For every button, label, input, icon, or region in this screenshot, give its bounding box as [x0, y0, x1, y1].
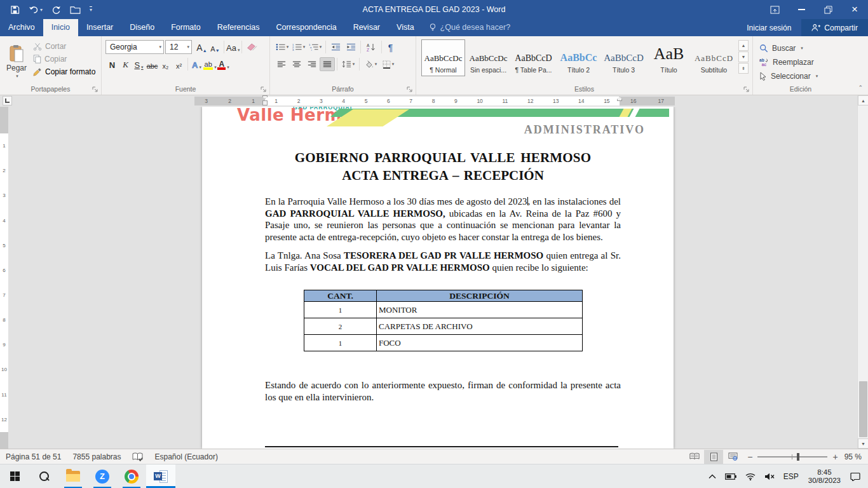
- restore-icon[interactable]: [815, 0, 841, 19]
- scroll-down-icon[interactable]: ▼: [858, 438, 868, 449]
- document-page[interactable]: GAD PARROQUIAL Valle Hermoso ADMINISTRAT…: [202, 107, 674, 449]
- text-effects-button[interactable]: A▾: [190, 57, 203, 71]
- style-subtitulo[interactable]: AaBbCcD Subtítulo: [692, 39, 736, 76]
- col-header-cant[interactable]: CANT.: [304, 290, 377, 302]
- decrease-indent-button[interactable]: [328, 40, 343, 54]
- tab-vista[interactable]: Vista: [388, 19, 423, 36]
- shrink-font-button[interactable]: A▼: [208, 40, 222, 54]
- shading-button[interactable]: ▾: [362, 57, 379, 71]
- select-button[interactable]: Seleccionar▾: [759, 69, 846, 83]
- replace-button[interactable]: abac Reemplazar: [759, 55, 846, 69]
- doc-title-line1[interactable]: GOBIERNO PARROQUIAL VALLE HERMOSO: [265, 150, 621, 166]
- find-button[interactable]: Buscar▾: [759, 41, 846, 55]
- battery-icon[interactable]: [721, 464, 741, 488]
- underline-button[interactable]: S▾: [132, 57, 146, 71]
- close-icon[interactable]: ×: [841, 0, 868, 19]
- style-titulo-2[interactable]: AaBbCc Título 2: [557, 39, 600, 76]
- tab-referencias[interactable]: Referencias: [209, 19, 268, 36]
- share-button[interactable]: Compartir: [801, 19, 868, 36]
- paragraph-dialog-launcher[interactable]: [407, 86, 413, 93]
- style-titulo-3[interactable]: AaBbCcD Título 3: [602, 39, 646, 76]
- tell-me-box[interactable]: ¿Qué desea hacer?: [423, 19, 517, 36]
- read-mode-icon[interactable]: [685, 450, 704, 464]
- customize-qat-icon[interactable]: ▾: [90, 6, 92, 13]
- web-layout-icon[interactable]: [723, 450, 742, 464]
- undo-icon[interactable]: ▾: [29, 5, 43, 14]
- font-dialog-launcher[interactable]: [261, 86, 267, 93]
- paragraph-3[interactable]: Estando de acuerdo con lo anteriormente …: [265, 379, 621, 403]
- style-no-spacing[interactable]: AaBbCcDc Sin espaci...: [466, 39, 510, 76]
- keyboard-language[interactable]: ESP: [779, 464, 803, 488]
- left-indent-marker[interactable]: [262, 100, 268, 105]
- superscript-button[interactable]: x²: [172, 57, 186, 71]
- numbering-button[interactable]: 123▾: [290, 40, 307, 54]
- highlight-button[interactable]: ab▾: [203, 57, 217, 71]
- align-left-button[interactable]: [274, 57, 289, 71]
- grow-font-button[interactable]: A▲: [195, 40, 208, 54]
- minimize-icon[interactable]: [788, 0, 815, 19]
- show-paragraph-marks-button[interactable]: ¶: [384, 40, 397, 54]
- clipboard-dialog-launcher[interactable]: [92, 86, 98, 93]
- z-app-button[interactable]: Z: [88, 464, 117, 488]
- save-icon[interactable]: [10, 5, 20, 15]
- cut-button[interactable]: Cortar: [31, 41, 98, 51]
- word-count[interactable]: 7855 palabras: [67, 449, 126, 464]
- wifi-icon[interactable]: [741, 464, 760, 488]
- font-color-button[interactable]: A▾: [217, 57, 230, 71]
- doc-title-line2[interactable]: ACTA ENTREGA – RECEPCIÓN: [265, 168, 621, 184]
- taskbar-clock[interactable]: 8:45 30/8/2023: [803, 468, 846, 485]
- styles-scroll-up-icon[interactable]: ▲: [738, 40, 749, 51]
- style-titulo[interactable]: AaB Título: [647, 39, 691, 76]
- redo-icon[interactable]: [51, 5, 61, 15]
- vertical-scrollbar[interactable]: ▲ ▼: [857, 95, 868, 449]
- italic-button[interactable]: K: [119, 57, 132, 71]
- volume-muted-icon[interactable]: [760, 464, 779, 488]
- proofing-status[interactable]: [126, 449, 149, 464]
- clear-formatting-button[interactable]: [244, 40, 259, 54]
- align-right-button[interactable]: [304, 57, 320, 71]
- line-spacing-button[interactable]: ▾: [339, 57, 357, 71]
- strikethrough-button[interactable]: abc: [146, 57, 159, 71]
- scrollbar-thumb[interactable]: [859, 381, 867, 437]
- sign-in-button[interactable]: Iniciar sesión: [736, 24, 801, 32]
- items-table[interactable]: CANT. DESCRIPCIÓN 1 MONITOR: [304, 290, 583, 351]
- align-center-button[interactable]: [289, 57, 304, 71]
- taskbar-search-button[interactable]: [29, 464, 58, 488]
- copy-button[interactable]: Copiar: [31, 54, 98, 64]
- style-normal[interactable]: AaBbCcDc ¶ Normal: [421, 39, 465, 76]
- bullets-button[interactable]: ▾: [274, 40, 290, 54]
- format-painter-button[interactable]: Copiar formato: [31, 67, 98, 77]
- zoom-slider-thumb[interactable]: [797, 453, 799, 461]
- tab-formato[interactable]: Formato: [163, 19, 209, 36]
- font-family-combo[interactable]: Georgia▾: [105, 40, 164, 54]
- font-size-combo[interactable]: 12▾: [165, 40, 192, 54]
- multilevel-list-button[interactable]: 1ai▾: [307, 40, 323, 54]
- print-layout-icon[interactable]: [704, 450, 723, 464]
- subscript-button[interactable]: x₂: [159, 57, 172, 71]
- collapse-ribbon-icon[interactable]: ⌃: [858, 85, 863, 91]
- word-taskbar-button[interactable]: W: [146, 464, 175, 488]
- tab-correspondencia[interactable]: Correspondencia: [268, 19, 344, 36]
- paragraph-2[interactable]: La Tnlga. Ana Sosa TESORERA DEL GAD PR V…: [265, 250, 621, 273]
- page-indicator[interactable]: Página 51 de 51: [0, 449, 67, 464]
- tab-stop-selector[interactable]: [3, 96, 12, 105]
- tray-chevron-up-icon[interactable]: [704, 464, 721, 488]
- start-button[interactable]: [0, 464, 29, 488]
- sort-button[interactable]: AZ: [363, 40, 379, 54]
- file-explorer-button[interactable]: [58, 464, 88, 488]
- scroll-up-icon[interactable]: ▲: [858, 95, 868, 105]
- paragraph-1[interactable]: En la Parroquia Valle Hermoso a los 30 d…: [265, 196, 621, 243]
- tab-archivo[interactable]: Archivo: [0, 19, 43, 36]
- styles-dialog-launcher[interactable]: [743, 86, 750, 93]
- tab-insertar[interactable]: Insertar: [78, 19, 121, 36]
- style-table-paragraph[interactable]: AaBbCcD ¶ Table Pa...: [512, 39, 555, 76]
- tab-diseno[interactable]: Diseño: [121, 19, 163, 36]
- open-folder-icon[interactable]: [70, 6, 81, 14]
- increase-indent-button[interactable]: [343, 40, 358, 54]
- paste-button[interactable]: Pegar ▾: [3, 39, 31, 85]
- ribbon-display-options-icon[interactable]: [761, 0, 788, 19]
- styles-more-icon[interactable]: ⇟: [738, 63, 749, 74]
- styles-scroll-down-icon[interactable]: ▼: [738, 51, 749, 62]
- zoom-in-icon[interactable]: +: [832, 452, 837, 462]
- language-indicator[interactable]: Español (Ecuador): [149, 449, 223, 464]
